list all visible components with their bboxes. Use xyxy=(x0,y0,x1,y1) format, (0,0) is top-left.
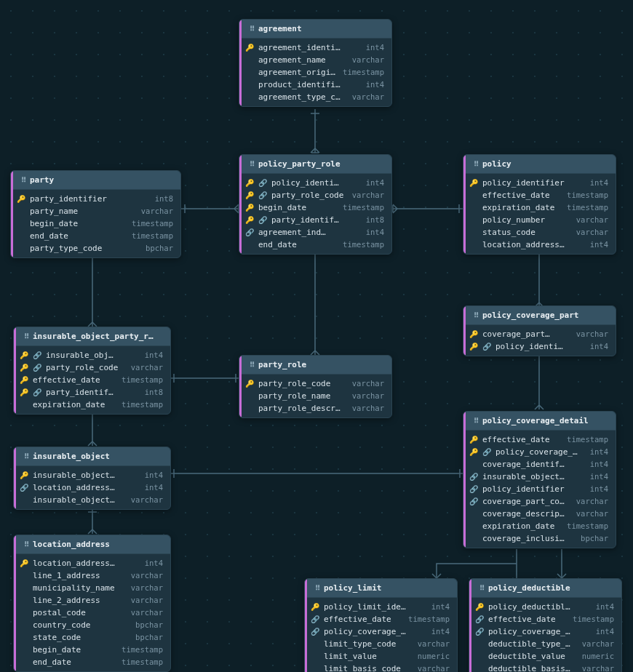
column-row[interactable]: party_namevarchar xyxy=(11,205,180,217)
entity-header[interactable]: ⠿ policy_deductible xyxy=(469,579,621,598)
column-row[interactable]: 🔗effective_datetimestamp xyxy=(305,613,457,625)
column-type: timestamp xyxy=(573,614,614,625)
column-name: limit_value xyxy=(324,651,413,662)
column-row[interactable]: 🔑coverage_part…varchar xyxy=(463,328,616,340)
column-row[interactable]: 🔑party_role_codevarchar xyxy=(239,377,391,390)
entity-insurable-object-party-role[interactable]: ⠿ insurable_object_party_r… 🔑🔗insurable_… xyxy=(13,327,171,415)
entity-policy-coverage-detail[interactable]: ⠿ policy_coverage_detail 🔑effective_date… xyxy=(463,411,616,548)
column-row[interactable]: 🔑effective_datetimestamp xyxy=(14,374,170,386)
column-row[interactable]: 🔗effective_datetimestamp xyxy=(469,613,621,625)
column-row[interactable]: 🔑agreement_identi…int4 xyxy=(239,41,391,54)
column-row[interactable]: coverage_inclusi…bpchar xyxy=(463,532,616,545)
column-row[interactable]: limit_valuenumeric xyxy=(305,650,457,663)
column-row[interactable]: 🔗policy_identifierint4 xyxy=(463,483,616,495)
entity-insurable-object[interactable]: ⠿ insurable_object 🔑insurable_object…int… xyxy=(13,447,171,510)
column-row[interactable]: 🔑🔗party_role_codevarchar xyxy=(239,189,391,201)
entity-header[interactable]: ⠿ location_address xyxy=(14,535,170,554)
entity-policy-coverage-part[interactable]: ⠿ policy_coverage_part 🔑coverage_part…va… xyxy=(463,305,616,356)
entity-policy-deductible[interactable]: ⠿ policy_deductible 🔑policy_deductibl…in… xyxy=(469,578,622,672)
column-row[interactable]: 🔗insurable_object…int4 xyxy=(463,471,616,483)
column-row[interactable]: 🔑policy_identifierint4 xyxy=(463,177,616,189)
column-row[interactable]: party_role_descr…varchar xyxy=(239,402,391,415)
column-row[interactable]: 🔗agreement_ind…int4 xyxy=(239,226,391,239)
column-row[interactable]: 🔑party_identifierint8 xyxy=(11,193,180,205)
column-row[interactable]: line_1_addressvarchar xyxy=(14,569,170,582)
column-row[interactable]: municipality_namevarchar xyxy=(14,582,170,594)
column-row[interactable]: country_codebpchar xyxy=(14,619,170,631)
column-row[interactable]: 🔑🔗policy_identi…int4 xyxy=(239,177,391,189)
entity-policy-party-role[interactable]: ⠿ policy_party_role 🔑🔗policy_identi…int4… xyxy=(239,154,392,255)
entity-columns: 🔑location_address…int4line_1_addressvarc… xyxy=(14,554,170,671)
column-row[interactable]: 🔑🔗party_identif…int8 xyxy=(14,386,170,399)
column-row[interactable]: end_datetimestamp xyxy=(14,656,170,668)
column-row[interactable]: party_role_namevarchar xyxy=(239,390,391,402)
column-row[interactable]: effective_datetimestamp xyxy=(463,189,616,201)
column-row[interactable]: 🔑location_address…int4 xyxy=(14,557,170,569)
entity-header[interactable]: ⠿ policy_coverage_detail xyxy=(463,412,616,431)
entity-header[interactable]: ⠿ policy_coverage_part xyxy=(463,306,616,325)
entity-header[interactable]: ⠿ policy xyxy=(463,155,616,174)
column-row[interactable]: begin_datetimestamp xyxy=(14,644,170,656)
column-row[interactable]: party_type_codebpchar xyxy=(11,242,180,255)
column-row[interactable]: agreement_origin…timestamp xyxy=(239,66,391,79)
column-row[interactable]: 🔑effective_datetimestamp xyxy=(463,433,616,446)
column-row[interactable]: 🔑policy_limit_ide…int4 xyxy=(305,601,457,613)
column-type: int8 xyxy=(155,193,173,204)
column-type: timestamp xyxy=(122,375,163,385)
entity-header[interactable]: ⠿ insurable_object xyxy=(14,447,170,466)
column-row[interactable]: expiration_datetimestamp xyxy=(14,399,170,411)
entity-agreement[interactable]: ⠿ agreement 🔑agreement_identi…int4agreem… xyxy=(239,19,392,107)
column-row[interactable]: deductible_type_…varchar xyxy=(469,638,621,650)
entity-header[interactable]: ⠿ party_role xyxy=(239,356,391,375)
column-row[interactable]: location_address…int4 xyxy=(463,239,616,251)
entity-columns: 🔑🔗policy_identi…int4🔑🔗party_role_codevar… xyxy=(239,174,391,254)
column-row[interactable]: expiration_datetimestamp xyxy=(463,201,616,214)
column-row[interactable]: deductible_valuenumeric xyxy=(469,650,621,663)
column-row[interactable]: policy_numbervarchar xyxy=(463,214,616,226)
column-type: varchar xyxy=(131,607,163,618)
column-row[interactable]: 🔑begin_datetimestamp xyxy=(239,201,391,214)
entity-location-address[interactable]: ⠿ location_address 🔑location_address…int… xyxy=(13,535,171,672)
column-row[interactable]: limit_type_codevarchar xyxy=(305,638,457,650)
column-row[interactable]: product_identifi…int4 xyxy=(239,79,391,91)
column-type: int4 xyxy=(145,470,163,481)
column-row[interactable]: 🔗coverage_part_co…varchar xyxy=(463,495,616,508)
column-row[interactable]: 🔑insurable_object…int4 xyxy=(14,469,170,481)
entity-policy-limit[interactable]: ⠿ policy_limit 🔑policy_limit_ide…int4🔗ef… xyxy=(304,578,458,672)
entity-policy[interactable]: ⠿ policy 🔑policy_identifierint4effective… xyxy=(463,154,616,255)
column-row[interactable]: 🔑🔗policy_coverage_…int4 xyxy=(463,446,616,458)
entity-header[interactable]: ⠿ party xyxy=(11,171,180,190)
column-row[interactable]: line_2_addressvarchar xyxy=(14,594,170,607)
column-row[interactable]: 🔗location_address…int4 xyxy=(14,481,170,494)
column-row[interactable]: end_datetimestamp xyxy=(239,239,391,251)
column-row[interactable]: status_codevarchar xyxy=(463,226,616,239)
column-row[interactable]: state_codebpchar xyxy=(14,631,170,644)
column-name: begin_date xyxy=(33,644,117,655)
column-row[interactable]: 🔑policy_deductibl…int4 xyxy=(469,601,621,613)
column-row[interactable]: insurable_object…varchar xyxy=(14,494,170,506)
entity-header[interactable]: ⠿ agreement xyxy=(239,20,391,39)
column-row[interactable]: deductible_basis…varchar xyxy=(469,663,621,672)
foreign-key-icon: 🔗 xyxy=(33,362,41,373)
column-row[interactable]: limit_basis_codevarchar xyxy=(305,663,457,672)
entity-party[interactable]: ⠿ party 🔑party_identifierint8party_namev… xyxy=(10,170,181,258)
entity-header[interactable]: ⠿ policy_limit xyxy=(305,579,457,598)
column-row[interactable]: 🔑🔗party_role_codevarchar xyxy=(14,361,170,374)
entity-header[interactable]: ⠿ insurable_object_party_r… xyxy=(14,327,170,346)
column-row[interactable]: 🔑🔗policy_identi…int4 xyxy=(463,340,616,353)
column-row[interactable]: expiration_datetimestamp xyxy=(463,520,616,532)
column-row[interactable]: 🔑🔗insurable_obj…int4 xyxy=(14,349,170,361)
column-name: effective_date xyxy=(324,614,404,625)
column-row[interactable]: 🔗policy_coverage_…int4 xyxy=(469,625,621,638)
column-row[interactable]: end_datetimestamp xyxy=(11,230,180,242)
column-row[interactable]: 🔑🔗party_identif…int8 xyxy=(239,214,391,226)
column-row[interactable]: coverage_identif…int4 xyxy=(463,458,616,471)
column-row[interactable]: begin_datetimestamp xyxy=(11,217,180,230)
column-row[interactable]: coverage_descrip…varchar xyxy=(463,508,616,520)
entity-party-role[interactable]: ⠿ party_role 🔑party_role_codevarcharpart… xyxy=(239,355,392,418)
column-row[interactable]: agreement_namevarchar xyxy=(239,54,391,66)
column-row[interactable]: postal_codevarchar xyxy=(14,607,170,619)
entity-header[interactable]: ⠿ policy_party_role xyxy=(239,155,391,174)
column-row[interactable]: agreement_type_c…varchar xyxy=(239,91,391,103)
column-row[interactable]: 🔗policy_coverage_…int4 xyxy=(305,625,457,638)
